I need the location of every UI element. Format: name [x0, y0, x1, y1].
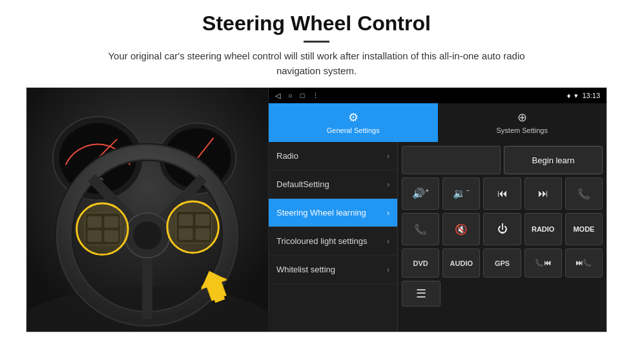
list-icon: ☰: [416, 287, 426, 301]
menu-item-tricoloured[interactable]: Tricoloured light settings ›: [269, 227, 397, 256]
gps-label: GPS: [495, 259, 510, 267]
title-section: Steering Wheel Control Your original car…: [26, 12, 607, 78]
content-area: km/h: [26, 87, 607, 332]
controls-row-3: DVD AUDIO GPS 📞⏮ ⏭📞: [402, 248, 603, 278]
status-bar: ◁ ○ □ ⋮ ♦ ▾ 13:13: [269, 88, 607, 103]
phone-prev-icon: 📞⏮: [535, 259, 551, 267]
image-panel: km/h: [26, 88, 269, 332]
next-track-icon: ⏭: [538, 188, 548, 199]
list-button[interactable]: ☰: [402, 281, 441, 307]
right-controls: Begin learn 🔊+ 🔉− ⏮: [398, 142, 607, 332]
controls-row-2: 📞 🔇 ⏻ RADIO MODE: [402, 213, 603, 245]
general-settings-icon: ⚙: [348, 110, 358, 125]
page-wrapper: Steering Wheel Control Your original car…: [0, 0, 633, 339]
radio-label: RADIO: [532, 225, 554, 233]
vol-up-icon: 🔊+: [412, 187, 429, 199]
chevron-icon-steering: ›: [387, 208, 389, 217]
tab-system-settings[interactable]: ⊕ System Settings: [438, 103, 607, 142]
android-panel: ◁ ○ □ ⋮ ♦ ▾ 13:13 ⚙ General Settings: [269, 88, 607, 332]
menu-item-radio[interactable]: Radio ›: [269, 142, 397, 170]
tab-system-label: System Settings: [497, 126, 548, 134]
call-answer-icon: 📞: [414, 223, 427, 236]
mode-label: MODE: [573, 225, 594, 233]
chevron-icon-default: ›: [387, 180, 389, 189]
menu-item-whitelist[interactable]: Whitelist setting ›: [269, 256, 397, 284]
phone-prev-button[interactable]: 📞⏮: [524, 248, 562, 278]
steering-wheel-image: km/h: [26, 88, 269, 332]
menu-whitelist-label: Whitelist setting: [276, 265, 335, 274]
svg-point-16: [133, 221, 161, 250]
audio-button[interactable]: AUDIO: [442, 248, 480, 278]
gps-button[interactable]: GPS: [483, 248, 521, 278]
mute-icon: 🔇: [455, 223, 468, 236]
chevron-icon-whitelist: ›: [387, 265, 389, 274]
begin-learn-button[interactable]: Begin learn: [504, 146, 603, 174]
nav-tabs: ⚙ General Settings ⊕ System Settings: [269, 103, 607, 142]
status-bar-right: ♦ ▾ 13:13: [567, 92, 600, 100]
menu-item-steering[interactable]: Steering Wheel learning ›: [269, 199, 397, 227]
prev-track-icon: ⏮: [497, 188, 508, 199]
wifi-status-icon: ▾: [574, 92, 578, 100]
recent-nav-icon[interactable]: □: [300, 92, 305, 99]
next-track-button[interactable]: ⏭: [524, 177, 562, 210]
empty-input-box: [402, 146, 501, 174]
radio-button[interactable]: RADIO: [524, 213, 562, 245]
system-settings-icon: ⊕: [517, 110, 527, 125]
vol-down-button[interactable]: 🔉−: [442, 177, 480, 210]
controls-row-4: ☰: [402, 281, 603, 307]
menu-item-default[interactable]: DefaultSetting ›: [269, 170, 397, 199]
chevron-icon-tricoloured: ›: [387, 237, 389, 246]
phone-next-button[interactable]: ⏭📞: [565, 248, 603, 278]
power-icon: ⏻: [497, 223, 508, 235]
menu-controls-area: Radio › DefaultSetting › Steering Wheel …: [269, 142, 607, 332]
mode-button[interactable]: MODE: [565, 213, 603, 245]
vol-up-button[interactable]: 🔊+: [402, 177, 439, 210]
tab-general-label: General Settings: [327, 126, 380, 134]
left-menu: Radio › DefaultSetting › Steering Wheel …: [269, 142, 398, 332]
svg-point-28: [167, 201, 219, 253]
menu-default-label: DefaultSetting: [276, 179, 329, 189]
svg-point-27: [77, 203, 129, 255]
power-button[interactable]: ⏻: [483, 213, 521, 245]
home-nav-icon[interactable]: ○: [288, 92, 293, 99]
dvd-button[interactable]: DVD: [402, 248, 439, 278]
menu-radio-label: Radio: [276, 151, 298, 161]
mute-button[interactable]: 🔇: [442, 213, 480, 245]
dvd-label: DVD: [413, 259, 428, 267]
controls-row-1: 🔊+ 🔉− ⏮ ⏭ 📞: [402, 177, 603, 210]
back-nav-icon[interactable]: ◁: [275, 92, 280, 100]
clock: 13:13: [582, 92, 600, 99]
title-divider: [304, 41, 329, 43]
phone-next-icon: ⏭📞: [576, 259, 592, 267]
tab-general-settings[interactable]: ⚙ General Settings: [269, 103, 438, 142]
phone-button[interactable]: 📞: [565, 177, 603, 210]
menu-nav-icon[interactable]: ⋮: [312, 92, 319, 100]
page-title: Steering Wheel Control: [26, 12, 607, 35]
gps-status-icon: ♦: [567, 92, 571, 99]
subtitle: Your original car's steering wheel contr…: [90, 49, 543, 78]
prev-track-button[interactable]: ⏮: [483, 177, 521, 210]
menu-tricoloured-label: Tricoloured light settings: [276, 236, 367, 246]
vol-down-icon: 🔉−: [453, 187, 470, 199]
status-bar-left: ◁ ○ □ ⋮: [275, 92, 319, 100]
begin-learn-label: Begin learn: [532, 156, 575, 165]
call-answer-button[interactable]: 📞: [402, 213, 439, 245]
phone-icon: 📞: [577, 188, 590, 200]
chevron-icon-radio: ›: [387, 152, 389, 161]
begin-learn-row: Begin learn: [402, 146, 603, 174]
audio-label: AUDIO: [450, 259, 473, 267]
menu-steering-label: Steering Wheel learning: [276, 208, 366, 217]
